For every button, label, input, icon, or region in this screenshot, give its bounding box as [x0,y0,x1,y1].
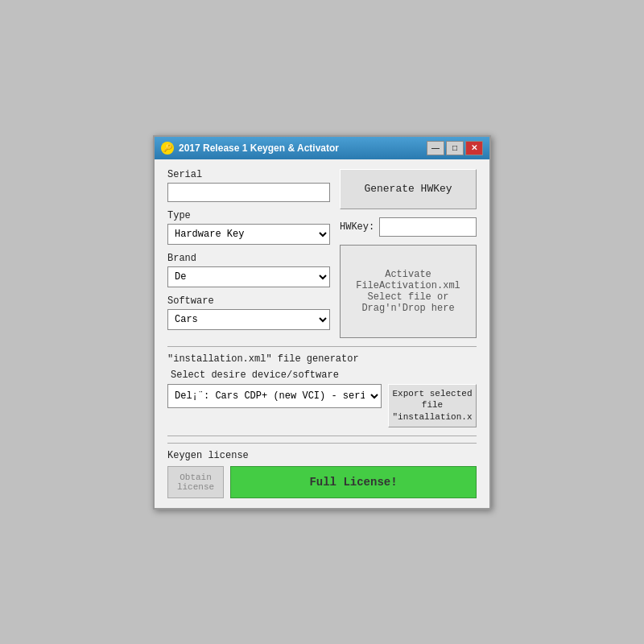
generate-hwkey-button[interactable]: Generate HWKey [340,169,477,209]
right-panel: Generate HWKey HWKey: Activate FileActiv… [340,169,477,338]
installation-row: Del¡¨: Cars CDP+ (new VCI) - serial numb… [167,384,477,427]
title-bar-left: 🔑 2017 Release 1 Keygen & Activator [161,142,339,155]
software-group: Software Cars Trucks Generic [167,295,330,330]
title-buttons: — □ ✕ [427,141,483,155]
obtain-license-button[interactable]: Obtainlicense [167,466,224,498]
keygen-label: Keygen license [167,450,477,461]
hwkey-row: HWKey: [340,217,477,237]
window-content: Serial Type Hardware Key Software Key Br… [155,159,489,508]
brand-label: Brand [167,253,330,264]
keygen-section: Keygen license Obtainlicense Full Licens… [167,443,477,498]
hwkey-input[interactable] [379,217,477,237]
type-select[interactable]: Hardware Key Software Key [167,224,330,245]
activate-text: Activate FileActivation.xmlSelect file o… [347,269,469,314]
activate-drop-zone[interactable]: Activate FileActivation.xmlSelect file o… [340,245,477,338]
select-desire-label: Select desire device/software [171,369,477,381]
serial-label: Serial [167,169,330,180]
software-select[interactable]: Cars Trucks Generic [167,309,330,330]
main-window: 🔑 2017 Release 1 Keygen & Activator — □ … [153,135,491,510]
window-title: 2017 Release 1 Keygen & Activator [179,142,339,154]
type-group: Type Hardware Key Software Key [167,210,330,245]
type-label: Type [167,210,330,221]
installation-select[interactable]: Del¡¨: Cars CDP+ (new VCI) - serial numb… [167,384,382,408]
section-divider-2 [167,436,477,436]
software-label: Software [167,295,330,307]
minimize-button[interactable]: — [427,141,444,155]
main-section: Serial Type Hardware Key Software Key Br… [167,169,477,338]
brand-select[interactable]: De Delphi Autocom [167,266,330,287]
serial-input[interactable] [167,183,330,202]
installation-title: "installation.xml" file generator [167,353,477,365]
export-button[interactable]: Export selected file"installation.x [388,384,477,427]
title-bar: 🔑 2017 Release 1 Keygen & Activator — □ … [155,137,489,159]
serial-group: Serial [167,169,330,202]
close-button[interactable]: ✕ [465,141,483,155]
full-license-button[interactable]: Full License! [230,466,477,498]
hwkey-label: HWKey: [340,221,374,233]
brand-group: Brand De Delphi Autocom [167,253,330,287]
section-divider-1 [167,346,477,347]
app-icon: 🔑 [161,142,174,155]
install-select-wrap: Del¡¨: Cars CDP+ (new VCI) - serial numb… [167,384,382,408]
maximize-button[interactable]: □ [446,141,464,155]
installation-section: "installation.xml" file generator Select… [167,353,477,427]
keygen-row: Obtainlicense Full License! [167,466,477,498]
left-panel: Serial Type Hardware Key Software Key Br… [167,169,330,338]
